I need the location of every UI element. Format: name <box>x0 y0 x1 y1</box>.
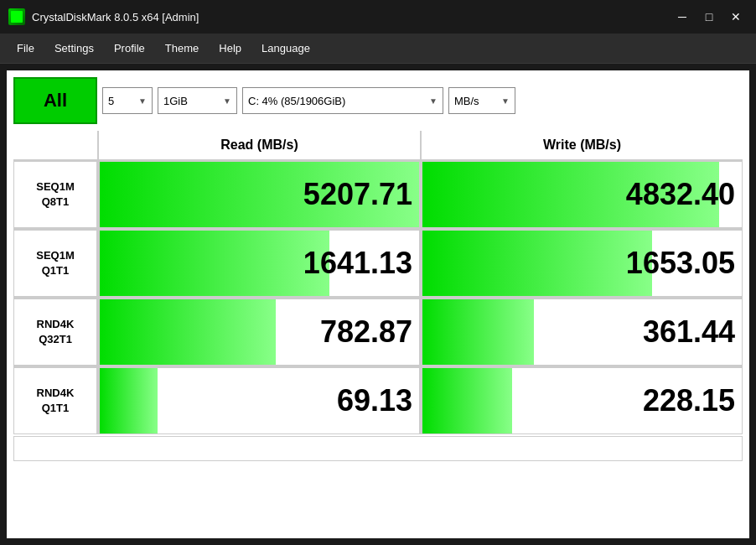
write-cell-0: 4832.40 <box>422 161 743 228</box>
write-header: Write (MB/s) <box>422 131 743 159</box>
app-icon-inner <box>11 11 23 23</box>
write-value-3: 228.15 <box>643 383 735 418</box>
read-cell-0: 5207.71 <box>99 161 420 228</box>
controls-row: All 5 ▼ 1GiB ▼ C: 4% (85/1906GiB) ▼ MB/s… <box>13 77 743 124</box>
bottom-status-bar <box>13 436 743 461</box>
maximize-button[interactable]: □ <box>697 7 721 27</box>
write-cell-3: 228.15 <box>422 367 743 434</box>
menu-item-theme[interactable]: Theme <box>155 37 209 60</box>
read-cell-3: 69.13 <box>99 367 420 434</box>
write-value-2: 361.44 <box>643 314 735 350</box>
menu-item-settings[interactable]: Settings <box>44 37 104 60</box>
drive-select-arrow: ▼ <box>429 96 438 106</box>
read-value-2: 782.87 <box>320 314 412 350</box>
write-cell-1: 1653.05 <box>422 230 743 297</box>
read-bar-2 <box>100 299 276 365</box>
menu-bar: FileSettingsProfileThemeHelpLanguage <box>0 34 756 64</box>
row-label-0: SEQ1MQ8T1 <box>13 161 97 228</box>
read-header: Read (MB/s) <box>99 131 420 159</box>
size-select[interactable]: 1GiB ▼ <box>158 87 237 114</box>
unit-select-arrow: ▼ <box>501 96 510 106</box>
write-value-1: 1653.05 <box>626 246 735 281</box>
benchmark-grid: Read (MB/s) Write (MB/s) SEQ1MQ8T15207.7… <box>13 131 743 434</box>
title-bar: CrystalDiskMark 8.0.5 x64 [Admin] ─ □ ✕ <box>0 0 756 34</box>
minimize-button[interactable]: ─ <box>671 7 694 27</box>
main-content: All 5 ▼ 1GiB ▼ C: 4% (85/1906GiB) ▼ MB/s… <box>7 70 749 538</box>
row-label-2: RND4KQ32T1 <box>13 298 97 366</box>
write-bar-2 <box>422 299 534 365</box>
title-bar-controls: ─ □ ✕ <box>671 7 748 27</box>
read-value-1: 1641.13 <box>303 246 412 281</box>
read-value-3: 69.13 <box>337 383 412 418</box>
runs-select-arrow: ▼ <box>138 96 147 106</box>
write-bar-3 <box>422 368 512 433</box>
app-icon <box>8 8 25 25</box>
menu-item-help[interactable]: Help <box>209 37 251 60</box>
read-bar-3 <box>100 368 158 433</box>
row-label-3: RND4KQ1T1 <box>13 367 97 434</box>
read-bar-1 <box>100 231 329 296</box>
runs-select[interactable]: 5 ▼ <box>102 87 153 114</box>
title-bar-left: CrystalDiskMark 8.0.5 x64 [Admin] <box>8 8 199 25</box>
write-value-0: 4832.40 <box>626 177 735 212</box>
menu-item-profile[interactable]: Profile <box>104 37 155 60</box>
all-button[interactable]: All <box>13 77 97 124</box>
row-label-1: SEQ1MQ1T1 <box>13 230 97 297</box>
grid-header-empty <box>13 131 97 159</box>
drive-select[interactable]: C: 4% (85/1906GiB) ▼ <box>242 87 443 114</box>
menu-item-language[interactable]: Language <box>251 37 320 60</box>
unit-select[interactable]: MB/s ▼ <box>448 87 515 114</box>
window-title: CrystalDiskMark 8.0.5 x64 [Admin] <box>32 11 199 23</box>
read-cell-1: 1641.13 <box>99 230 420 297</box>
menu-item-file[interactable]: File <box>7 37 44 60</box>
read-cell-2: 782.87 <box>99 298 420 366</box>
read-value-0: 5207.71 <box>303 177 412 212</box>
size-select-arrow: ▼ <box>223 96 231 106</box>
write-bar-1 <box>422 231 652 296</box>
write-cell-2: 361.44 <box>422 298 743 366</box>
close-button[interactable]: ✕ <box>724 7 748 27</box>
